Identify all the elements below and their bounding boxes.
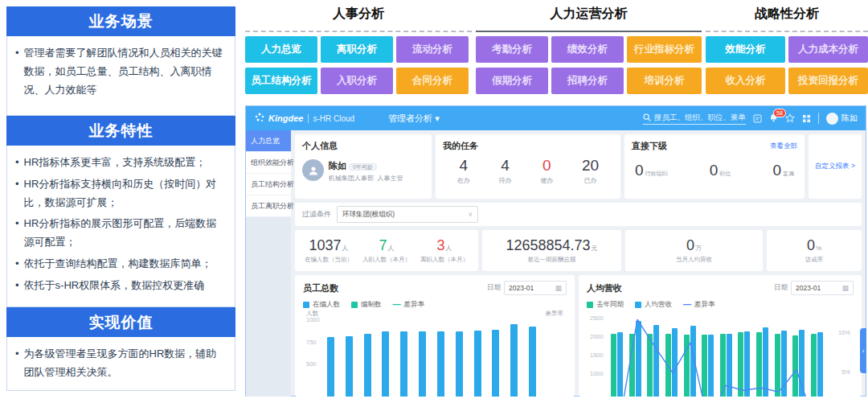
collapse-handle[interactable]: ‹ bbox=[860, 328, 866, 373]
legend-item[interactable]: 在编人数 bbox=[303, 300, 340, 310]
search-input[interactable]: 搜员工、组织、职位、菜单 bbox=[643, 113, 746, 125]
user-menu[interactable]: 陈如 bbox=[826, 113, 858, 125]
sidebar-item-employee-structure-analysis[interactable]: 员工结构分析 bbox=[246, 174, 291, 195]
stat: 1037人在编人数（当前） bbox=[305, 237, 353, 264]
favorite-star-icon[interactable] bbox=[785, 113, 795, 123]
dashboard-sidebar: 人力总览 组织效能分析 员工结构分析 员工离职分析 bbox=[246, 130, 291, 397]
nav-btn-attendance-analysis[interactable]: 考勤分析 bbox=[476, 36, 548, 63]
bar-group bbox=[629, 321, 641, 397]
bar bbox=[665, 334, 671, 397]
notification-bell-icon[interactable]: 58 bbox=[769, 113, 778, 123]
bar-group bbox=[702, 335, 714, 397]
chart-employee-total: 员工总数 日期 2023-01▦ 在编人数 编制数 —差异率 bbox=[295, 275, 575, 397]
bar-group bbox=[456, 331, 463, 397]
card-title: 个人信息 bbox=[302, 140, 424, 152]
dashboard-topbar: Kingdee s-HR Cloud 管理者分析 ▾ 搜员工、组织、职位、菜单 bbox=[246, 106, 866, 130]
nav-btn-leave-analysis[interactable]: 假期分析 bbox=[476, 68, 548, 94]
task-stat[interactable]: 0催办 bbox=[540, 157, 553, 185]
sidebar-item-employee-resignation-analysis[interactable]: 员工离职分析 bbox=[246, 195, 291, 217]
menu-manager-analysis[interactable]: 管理者分析 ▾ bbox=[388, 113, 440, 125]
bullet-dot: • bbox=[15, 175, 19, 212]
nav-btn-contract-analysis[interactable]: 合同分析 bbox=[396, 68, 469, 94]
dashboard-screenshot: Kingdee s-HR Cloud 管理者分析 ▾ 搜员工、组织、职位、菜单 bbox=[245, 105, 866, 397]
bar-group bbox=[474, 331, 481, 397]
brand-name: Kingdee bbox=[268, 113, 303, 123]
bar bbox=[474, 331, 481, 397]
nav-btn-labor-cost-analysis[interactable]: 人力成本分析 bbox=[788, 36, 868, 63]
legend-item[interactable]: 编制数 bbox=[351, 300, 382, 310]
report-stat: 0职位 bbox=[710, 162, 731, 179]
bullet-text: 管理者需要了解团队情况和人员相关的关键数据，如员工总量、员工结构、入离职情况、人… bbox=[24, 44, 227, 99]
legend-item[interactable]: —差异率 bbox=[683, 300, 715, 310]
bullet-text: 依托于查询结构配置，构建数据库简单； bbox=[24, 255, 212, 273]
nav-btn-performance-analysis[interactable]: 绩效分析 bbox=[551, 36, 624, 63]
user-name: 陈如 bbox=[841, 113, 858, 124]
task-stat[interactable]: 4待办 bbox=[499, 157, 512, 185]
legend-item[interactable]: 去年同期 bbox=[587, 300, 624, 310]
bullet-text: HR分析指标支持横向和历史（按时间）对比，数据源可扩展； bbox=[24, 175, 227, 212]
org-filter-select[interactable]: 环球集团(根组织) ∨ bbox=[337, 206, 478, 223]
section-body-business-scenario: •管理者需要了解团队情况和人员相关的关键数据，如员工总量、员工结构、入离职情况、… bbox=[6, 36, 235, 116]
y2-axis-tick: 5% bbox=[841, 368, 850, 376]
nav-btn-income-analysis[interactable]: 收入分析 bbox=[706, 68, 785, 94]
nav-btn-onboarding-analysis[interactable]: 入职分析 bbox=[321, 68, 393, 94]
nav-btn-employee-structure-analysis[interactable]: 员工结构分析 bbox=[245, 68, 317, 94]
sidebar-item-workforce-overview[interactable]: 人力总览 bbox=[246, 130, 291, 152]
section-title-business-features: 业务特性 bbox=[6, 116, 235, 146]
bar bbox=[744, 331, 750, 397]
bar bbox=[708, 335, 714, 397]
date-picker[interactable]: 2023-01▦ bbox=[791, 281, 854, 295]
bar bbox=[811, 334, 817, 397]
bar-group bbox=[665, 328, 678, 397]
custom-report-card: 自定义报表 > bbox=[809, 134, 862, 199]
bar-group bbox=[684, 326, 696, 397]
bar bbox=[617, 332, 623, 397]
y2-axis-tick: 10% bbox=[838, 329, 850, 336]
task-stat[interactable]: 4在办 bbox=[457, 157, 470, 185]
custom-report-link[interactable]: 自定义报表 > bbox=[815, 162, 855, 171]
view-all-link[interactable]: 查看全部 bbox=[770, 142, 797, 151]
nav-btn-efficiency-analysis[interactable]: 效能分析 bbox=[706, 36, 785, 63]
group-header-hr-operations-analysis: 人力运营分析 bbox=[476, 2, 702, 32]
legend-item[interactable]: 人均营收 bbox=[635, 300, 672, 310]
y-axis-tick: 1500 bbox=[590, 352, 604, 359]
nav-btn-resignation-analysis[interactable]: 离职分析 bbox=[321, 36, 393, 63]
nav-btn-training-analysis[interactable]: 培训分析 bbox=[627, 68, 702, 94]
chart-title: 人均营收 bbox=[587, 282, 622, 294]
bar-group bbox=[327, 337, 334, 397]
bar bbox=[382, 331, 389, 397]
workbench-icon[interactable] bbox=[753, 114, 762, 123]
sidebar-item-org-efficiency-analysis[interactable]: 组织效能分析 bbox=[246, 152, 291, 174]
bullet-dot: • bbox=[15, 277, 19, 295]
payroll-total-card: 12658854.73元最近一期薪酬总额 bbox=[482, 230, 621, 271]
bullet-dot: • bbox=[15, 215, 19, 252]
nav-btn-workforce-overview[interactable]: 人力总览 bbox=[245, 36, 317, 63]
nav-btn-recruitment-analysis[interactable]: 招聘分析 bbox=[551, 68, 624, 94]
bar bbox=[636, 321, 641, 397]
y-axis-tick: 2500 bbox=[590, 314, 604, 322]
bar bbox=[775, 334, 780, 397]
bar bbox=[763, 327, 768, 397]
bar bbox=[510, 324, 518, 397]
bar bbox=[437, 331, 444, 397]
achievement-rate-card: 0%达成率 bbox=[767, 230, 862, 271]
bar-group bbox=[400, 331, 407, 397]
apps-grid-icon[interactable] bbox=[802, 114, 811, 123]
employee-name: 陈如 bbox=[329, 161, 346, 171]
calendar-icon: ▦ bbox=[555, 284, 562, 292]
nav-btn-mobility-analysis[interactable]: 流动分析 bbox=[396, 36, 469, 63]
bar-group bbox=[647, 325, 659, 397]
task-stat[interactable]: 20已办 bbox=[582, 157, 599, 185]
date-picker[interactable]: 2023-01▦ bbox=[504, 281, 567, 295]
nav-btn-roi-analysis[interactable]: 投资回报分析 bbox=[788, 68, 868, 94]
bullet-dot: • bbox=[15, 345, 19, 382]
bullet-text: 依托于s-HR权限体系，数据控权更准确 bbox=[24, 277, 205, 295]
trend-line bbox=[611, 319, 823, 397]
bar bbox=[647, 334, 653, 397]
nav-btn-industry-indicator-analysis[interactable]: 行业指标分析 bbox=[627, 36, 702, 63]
notification-badge: 58 bbox=[773, 109, 786, 117]
tenure-badge: 0年司龄 bbox=[349, 163, 377, 171]
legend-item[interactable]: —差异率 bbox=[393, 300, 425, 310]
filter-bar: 过滤条件 环球集团(根组织) ∨ bbox=[295, 203, 862, 226]
bar bbox=[492, 330, 499, 397]
